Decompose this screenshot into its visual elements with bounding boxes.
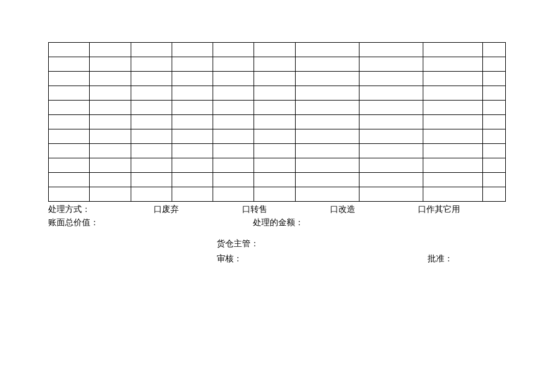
table-row: [49, 115, 506, 129]
table-row: [49, 72, 506, 86]
option-remodel: 口改造: [330, 203, 418, 216]
option-other-use: 口作其它用: [418, 203, 506, 216]
review-label: 审核：: [217, 251, 428, 266]
option-resell: 口转售: [242, 203, 330, 216]
table-row: [49, 158, 506, 173]
disposal-method-row: 处理方式： 口废弃 口转售 口改造 口作其它用: [48, 203, 506, 216]
document-page: 处理方式： 口废弃 口转售 口改造 口作其它用 账面总价值： 处理的金额： 货仓…: [0, 0, 554, 266]
data-table: [48, 42, 506, 202]
table-row: [49, 144, 506, 158]
table-row: [49, 57, 506, 72]
disposal-method-label: 处理方式：: [48, 203, 154, 216]
amount-row: 账面总价值： 处理的金额：: [48, 216, 506, 229]
table-row: [49, 173, 506, 187]
form-footer: 处理方式： 口废弃 口转售 口改造 口作其它用 账面总价值： 处理的金额： 货仓…: [48, 203, 506, 266]
table-row: [49, 43, 506, 57]
table-row: [49, 101, 506, 115]
disposal-amount-label: 处理的金额：: [253, 216, 303, 229]
option-discard: 口废弃: [154, 203, 241, 216]
warehouse-supervisor-label: 货仓主管：: [217, 236, 506, 251]
signature-block: 货仓主管： 审核： 批准：: [48, 236, 506, 266]
table-row: [49, 86, 506, 101]
book-value-label: 账面总价值：: [48, 216, 253, 229]
approve-label: 批准：: [428, 251, 453, 266]
table-row: [49, 129, 506, 144]
table-row: [49, 187, 506, 202]
